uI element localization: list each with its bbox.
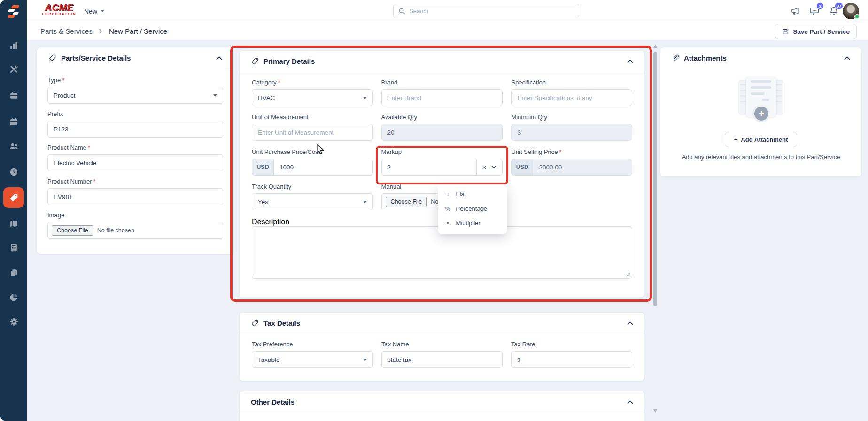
multiply-icon: ×	[445, 220, 451, 227]
sidebar-item-analytics[interactable]	[3, 35, 24, 55]
tax-rate-input[interactable]	[511, 351, 632, 368]
field-product-name: Product Name*	[47, 144, 223, 171]
pie-chart-icon	[9, 292, 19, 302]
track-quantity-select[interactable]: Yes	[252, 193, 373, 210]
uom-input[interactable]	[252, 124, 373, 141]
choose-file-button[interactable]: Choose File	[386, 197, 427, 207]
search-icon	[398, 8, 405, 15]
tax-name-input[interactable]	[381, 351, 503, 368]
field-prefix: Prefix	[47, 110, 223, 138]
tools-icon	[9, 64, 19, 74]
purchase-price-label: Unit Purchase Price/Cost	[252, 148, 320, 155]
collapse-chevron-up-icon[interactable]	[627, 59, 633, 63]
purchase-price-input[interactable]	[273, 159, 373, 176]
available-qty-label: Available Qty	[381, 114, 417, 121]
chevron-down-icon	[363, 97, 367, 101]
tax-preference-select[interactable]: Taxable	[252, 351, 373, 368]
required-asterisk: *	[559, 148, 561, 155]
notifications-button[interactable]: 37	[829, 6, 839, 16]
collapse-chevron-up-icon[interactable]	[844, 56, 850, 60]
tax-details-header: Tax Details	[240, 313, 644, 334]
sidebar-item-estimates[interactable]	[3, 237, 24, 258]
menu-item-multiplier[interactable]: × Multiplier	[438, 216, 507, 230]
menu-item-percentage[interactable]: % Percentage	[438, 201, 507, 216]
chevron-right-icon	[98, 29, 103, 34]
sidebar-item-reports[interactable]	[3, 287, 24, 307]
markup-multiplier-symbol[interactable]: ×	[482, 164, 487, 171]
tax-name-label: Tax Name	[381, 341, 409, 348]
messages-badge: 1	[816, 2, 824, 9]
selling-price-input	[533, 159, 632, 176]
copy-documents-icon	[9, 268, 19, 278]
add-attachment-plus-icon[interactable]: +	[752, 105, 770, 122]
prefix-label: Prefix	[47, 110, 63, 117]
prefix-input[interactable]	[47, 121, 223, 138]
specification-input[interactable]	[511, 89, 632, 106]
scrollbar-up-arrow-icon[interactable]	[653, 45, 657, 48]
company-logo[interactable]: ACME CORPORATION	[40, 2, 78, 15]
tag-outline-icon	[251, 319, 259, 327]
category-select[interactable]: HVAC	[252, 89, 373, 106]
product-number-input[interactable]	[47, 188, 223, 205]
collapse-chevron-up-icon[interactable]	[216, 56, 222, 60]
type-select[interactable]: Product	[47, 87, 223, 104]
breadcrumb-parts-services[interactable]: Parts & Services	[40, 27, 93, 35]
notifications-badge: 37	[835, 2, 843, 9]
sidebar-item-parts-services[interactable]	[3, 187, 24, 208]
markup-input[interactable]	[382, 159, 476, 175]
add-attachment-button[interactable]: + Add Attachment	[725, 132, 797, 147]
collapse-chevron-up-icon[interactable]	[627, 400, 633, 404]
sidebar-item-map[interactable]	[3, 213, 24, 234]
zuper-logo-icon[interactable]	[6, 4, 22, 19]
chevron-down-icon[interactable]	[491, 165, 496, 169]
scrollbar-down-arrow-icon[interactable]	[653, 409, 657, 413]
messages-button[interactable]: 1	[809, 6, 820, 16]
page-title: New Part / Service	[109, 27, 167, 35]
brand-input[interactable]	[381, 89, 503, 106]
collapse-chevron-up-icon[interactable]	[627, 321, 633, 325]
new-menu-button[interactable]: New	[84, 0, 104, 22]
sidebar-item-invoices[interactable]	[3, 262, 24, 283]
sidebar-item-clients[interactable]	[3, 84, 24, 105]
scrollbar-thumb[interactable]	[653, 52, 657, 306]
paperclip-icon	[672, 54, 679, 62]
other-details-card: Other Details	[239, 391, 645, 421]
calculator-icon	[9, 243, 19, 253]
product-name-input[interactable]	[47, 154, 223, 171]
vertical-scrollbar[interactable]	[653, 42, 658, 418]
breadcrumb: Parts & Services New Part / Service	[40, 22, 167, 40]
description-textarea[interactable]	[252, 226, 632, 279]
sidebar-item-teams[interactable]	[3, 136, 24, 156]
currency-prefix: USD	[252, 159, 273, 176]
tax-rate-label: Tax Rate	[511, 341, 535, 348]
field-product-number: Product Number*	[47, 178, 223, 205]
type-label: Type	[47, 77, 61, 84]
sidebar-item-jobs[interactable]	[3, 59, 24, 79]
card-title: Parts/Service Details	[61, 54, 131, 62]
minimum-qty-label: Minimum Qty	[511, 114, 547, 121]
field-unit-of-measurement: Unit of Measurement	[252, 114, 373, 141]
image-file-input[interactable]: Choose File No file chosen	[47, 222, 223, 239]
global-search[interactable]	[393, 4, 579, 18]
tag-icon	[9, 193, 19, 203]
field-specification: Specification	[511, 79, 632, 106]
sidebar-item-timesheets[interactable]	[3, 161, 24, 182]
choose-file-button[interactable]: Choose File	[52, 225, 93, 236]
users-icon	[9, 141, 19, 151]
field-markup: Markup × + Flat %	[381, 148, 503, 176]
menu-item-flat[interactable]: + Flat	[438, 187, 507, 201]
save-part-service-button[interactable]: Save Part / Service	[775, 24, 857, 39]
available-qty-input	[381, 124, 503, 141]
sidebar-item-schedule[interactable]	[3, 111, 24, 132]
product-number-label: Product Number	[47, 178, 92, 185]
chevron-down-icon	[363, 201, 367, 205]
user-avatar[interactable]	[843, 3, 859, 19]
type-select-value: Product	[54, 92, 76, 99]
search-input[interactable]	[409, 8, 574, 15]
announcements-button[interactable]	[790, 6, 801, 16]
company-logo-subtext: CORPORATION	[40, 12, 78, 15]
sidebar	[0, 0, 27, 421]
menu-item-label: Flat	[456, 191, 466, 198]
sidebar-item-settings[interactable]	[3, 311, 24, 332]
briefcase-icon	[9, 90, 19, 100]
